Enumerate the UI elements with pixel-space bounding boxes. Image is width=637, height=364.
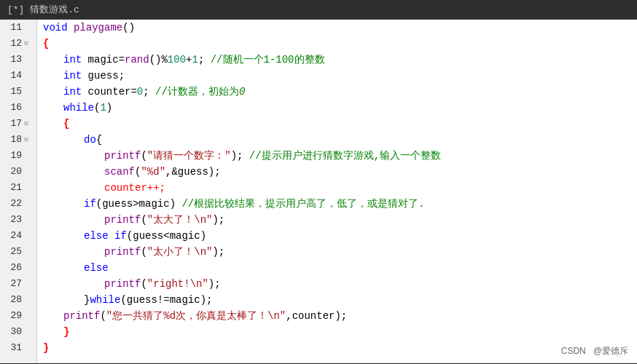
- line-number-row: 25: [6, 244, 31, 260]
- code-area: void playgame() { int magic=rand()%100+1…: [37, 20, 637, 363]
- line-number-row: 15: [6, 84, 31, 100]
- code-line-26: else: [43, 260, 637, 276]
- code-line-17: {: [43, 116, 637, 132]
- watermark-site: CSDN: [561, 346, 586, 356]
- code-line-29: printf("您一共猜了%d次，你真是太棒了！\n",counter);: [43, 308, 637, 324]
- line-number-row: 23: [6, 212, 31, 228]
- code-line-28: }while(guess!=magic);: [43, 292, 637, 308]
- code-line-24: else if(guess<magic): [43, 228, 637, 244]
- line-numbers: 11 12⊟ 13 14 15 16 17⊟ 18⊟ 19: [0, 20, 37, 363]
- code-line-20: scanf("%d",&guess);: [43, 164, 637, 180]
- line-number-row: 13: [6, 52, 31, 68]
- code-line-16: while(1): [43, 100, 637, 116]
- code-line-23: printf("太大了！\n");: [43, 212, 637, 228]
- line-number-row: 18⊟: [6, 132, 31, 148]
- title-bar: [*] 猜数游戏.c: [0, 0, 637, 20]
- code-line-13: int magic=rand()%100+1; //随机一个1-100的整数: [43, 52, 637, 68]
- code-line-19: printf("请猜一个数字："); //提示用户进行猜数字游戏,输入一个整数: [43, 148, 637, 164]
- code-line-14: int guess;: [43, 68, 637, 84]
- code-line-22: if(guess>magic) //根据比较结果，提示用户高了，低了，或是猜对了…: [43, 196, 637, 212]
- line-number-row: 22: [6, 196, 31, 212]
- line-number-row: 31: [6, 340, 31, 356]
- line-number-row: 29: [6, 308, 31, 324]
- code-line-31: }: [43, 340, 637, 356]
- line-number-row: 17⊟: [6, 116, 31, 132]
- code-line-21: counter++;: [43, 180, 637, 196]
- line-number-row: 19: [6, 148, 31, 164]
- code-line-27: printf("right!\n");: [43, 276, 637, 292]
- line-number-row: 27: [6, 276, 31, 292]
- code-line-30: }: [43, 324, 637, 340]
- code-container: 11 12⊟ 13 14 15 16 17⊟ 18⊟ 19: [0, 20, 637, 363]
- line-number-row: 16: [6, 100, 31, 116]
- line-number-row: 12⊟: [6, 36, 31, 52]
- watermark: CSDN @爱德斥: [561, 345, 628, 357]
- code-line-15: int counter=0; //计数器，初始为0: [43, 84, 637, 100]
- line-number-row: 24: [6, 228, 31, 244]
- line-number-row: 28: [6, 292, 31, 308]
- watermark-author: @爱德斥: [593, 346, 628, 356]
- title-text: [*] 猜数游戏.c: [7, 3, 79, 16]
- line-number-row: 21: [6, 180, 31, 196]
- line-number-row: 30: [6, 324, 31, 340]
- code-line-18: do{: [43, 132, 637, 148]
- line-number-row: 20: [6, 164, 31, 180]
- code-line-25: printf("太小了！\n");: [43, 244, 637, 260]
- code-line-12: {: [43, 36, 637, 52]
- line-number-row: 14: [6, 68, 31, 84]
- line-number-row: 26: [6, 260, 31, 276]
- code-line-11: void playgame(): [43, 20, 637, 36]
- line-number-row: 11: [6, 20, 31, 36]
